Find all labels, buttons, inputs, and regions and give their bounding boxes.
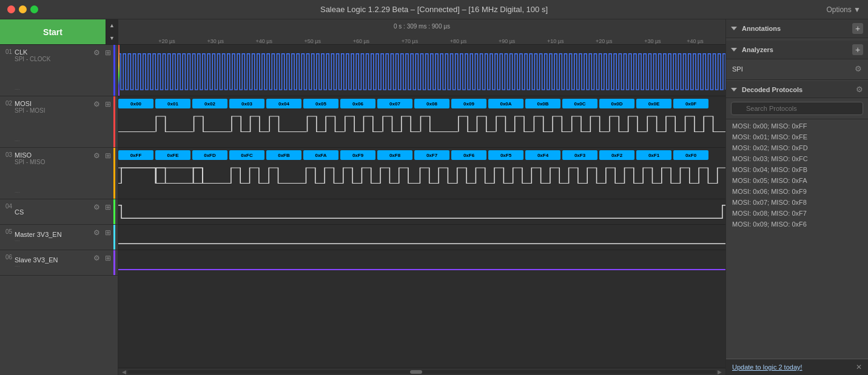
list-item[interactable]: MOSI: 0x04; MISO: 0xFB <box>726 164 868 175</box>
channel-dots: ···· <box>15 62 92 92</box>
channel-subtitle: SPI - CLOCK <box>15 56 92 62</box>
list-item[interactable]: MOSI: 0x09; MISO: 0xF6 <box>726 219 868 230</box>
time-marker: +20 µs <box>158 38 175 44</box>
scroll-left-button[interactable]: ◀ <box>121 369 127 375</box>
proto-label: 0xF0 <box>673 150 708 160</box>
analyzer-gear-icon[interactable]: ⚙ <box>855 64 862 73</box>
channel-gear-button[interactable]: ⚙ <box>92 150 101 161</box>
scroll-right-button[interactable]: ▶ <box>716 369 723 375</box>
channel-gear-button[interactable]: ⚙ <box>92 99 101 110</box>
channel-name: MISO <box>15 151 92 159</box>
time-center-label: 0 s : 309 ms : 900 µs <box>394 23 450 30</box>
channel-info: MISO SPI - MISO ···· <box>15 151 92 195</box>
waveform-area[interactable]: 0 s : 309 ms : 900 µs +20 µs +30 µs +40 … <box>118 19 725 375</box>
channel-dots: ···· <box>15 165 92 195</box>
annotations-title: Annotations <box>731 25 781 32</box>
proto-label: 0x0A <box>488 99 523 108</box>
list-item[interactable]: MOSI: 0x01; MISO: 0xFE <box>726 131 868 142</box>
proto-label: 0xFF <box>118 150 153 160</box>
decoded-protocols-header: Decoded Protocols ⚙ <box>726 81 868 98</box>
list-item[interactable]: MOSI: 0x05; MISO: 0xFA <box>726 175 868 186</box>
channel-expand-button[interactable]: ⊞ <box>104 47 112 58</box>
analyzers-header: Analyzers + <box>726 41 868 59</box>
channel-number: 03 <box>2 148 12 158</box>
channel-name: CLK <box>15 48 92 56</box>
add-annotation-button[interactable]: + <box>852 23 863 34</box>
proto-label: 0xF2 <box>599 150 634 160</box>
list-item[interactable]: MOSI: 0x06; MISO: 0xF9 <box>726 186 868 197</box>
channel-color-indicator <box>113 250 115 275</box>
proto-label: 0x0C <box>562 99 597 108</box>
channel-info: CS <box>15 208 92 216</box>
scroll-down-arrow[interactable]: ▼ <box>106 32 118 45</box>
channel-row: 02 MOSI SPI - MOSI ···· ⚙ ⊞ <box>0 96 118 148</box>
decoded-protocols-gear-icon[interactable]: ⚙ <box>856 85 863 94</box>
proto-label: 0xFD <box>192 150 227 160</box>
channel-row: 04 CS ⚙ ⊞ <box>0 199 118 225</box>
time-marker: +60 µs <box>353 38 369 44</box>
time-marker: +90 µs <box>499 38 515 44</box>
collapse-icon <box>731 48 737 51</box>
channel-color-indicator <box>113 45 115 96</box>
spi-analyzer-item: SPI ⚙ <box>726 62 868 76</box>
scroll-up-arrow[interactable]: ▲ <box>106 19 118 32</box>
close-button[interactable] <box>7 5 15 13</box>
waveform-scrollbar[interactable]: ◀ ▶ <box>118 368 725 375</box>
list-item[interactable]: MOSI: 0x03; MISO: 0xFC <box>726 153 868 164</box>
channel-subtitle: SPI - MOSI <box>15 107 92 114</box>
list-item[interactable]: MOSI: 0x08; MISO: 0xF7 <box>726 208 868 219</box>
update-close-button[interactable]: ✕ <box>856 363 862 371</box>
master-waveform <box>118 225 725 250</box>
channel-row: 06 Slave 3V3_EN ···· ⚙ ⊞ <box>0 250 118 276</box>
main-container: Start ▲ ▼ 01 CLK SPI - CLOCK ···· ⚙ ⊞ <box>0 19 868 375</box>
proto-label: 0x0B <box>525 99 560 108</box>
section-divider <box>726 79 868 80</box>
decoded-protocols-section: Decoded Protocols ⚙ 🔍 MOSI: 0x00; MISO: … <box>726 81 868 375</box>
master-waveform-row <box>118 225 725 250</box>
update-link[interactable]: Update to logic 2 today! <box>732 363 802 371</box>
cs-waveform <box>118 199 725 224</box>
list-item[interactable]: MOSI: 0x00; MISO: 0xFF <box>726 121 868 131</box>
proto-label: 0x0D <box>599 99 634 108</box>
time-marker: +30 µs <box>207 38 223 44</box>
channel-number: 06 <box>2 250 12 261</box>
channel-expand-button[interactable]: ⊞ <box>104 227 112 238</box>
channel-controls: ⚙ ⊞ <box>92 199 112 213</box>
analyzers-title: Analyzers <box>731 46 773 53</box>
channel-info: CLK SPI - CLOCK ···· <box>15 48 92 92</box>
clk-waveform-row <box>118 45 725 96</box>
channel-expand-button[interactable]: ⊞ <box>104 253 112 264</box>
protocol-list[interactable]: MOSI: 0x00; MISO: 0xFF MOSI: 0x01; MISO:… <box>726 119 868 359</box>
proto-label: 0xF7 <box>414 150 449 160</box>
list-item[interactable]: MOSI: 0x02; MISO: 0xFD <box>726 142 868 153</box>
maximize-button[interactable] <box>30 5 38 13</box>
cs-waveform-row <box>118 199 725 225</box>
channel-name: Master 3V3_EN <box>15 231 92 238</box>
channel-controls: ⚙ ⊞ <box>92 250 112 264</box>
channel-gear-button[interactable]: ⚙ <box>92 253 101 264</box>
channel-gear-button[interactable]: ⚙ <box>92 47 101 58</box>
proto-label: 0x00 <box>118 99 153 108</box>
channel-expand-button[interactable]: ⊞ <box>104 99 112 110</box>
channel-row: 05 Master 3V3_EN ···· ⚙ ⊞ <box>0 225 118 250</box>
time-marker: +50 µs <box>304 38 321 44</box>
channel-expand-button[interactable]: ⊞ <box>104 202 112 213</box>
proto-label: 0xF1 <box>636 150 671 160</box>
channel-gear-button[interactable]: ⚙ <box>92 227 101 238</box>
minimize-button[interactable] <box>19 5 27 13</box>
proto-label: 0x05 <box>303 99 338 108</box>
channel-controls: ⚙ ⊞ <box>92 96 112 110</box>
mosi-waveform <box>118 110 725 147</box>
start-button[interactable]: Start <box>0 19 106 44</box>
list-item[interactable]: MOSI: 0x07; MISO: 0xF8 <box>726 197 868 208</box>
channel-gear-button[interactable]: ⚙ <box>92 202 101 213</box>
options-menu[interactable]: Options ▼ <box>826 5 861 14</box>
proto-label: 0x08 <box>414 99 449 108</box>
channels-panel: Start ▲ ▼ 01 CLK SPI - CLOCK ···· ⚙ ⊞ <box>0 19 118 375</box>
scrollbar-thumb[interactable] <box>410 370 422 374</box>
time-marker: +70 µs <box>402 38 418 44</box>
channel-expand-button[interactable]: ⊞ <box>104 150 112 161</box>
search-protocols-input[interactable] <box>731 102 863 115</box>
add-analyzer-button[interactable]: + <box>852 44 863 55</box>
channel-name: CS <box>15 208 92 216</box>
